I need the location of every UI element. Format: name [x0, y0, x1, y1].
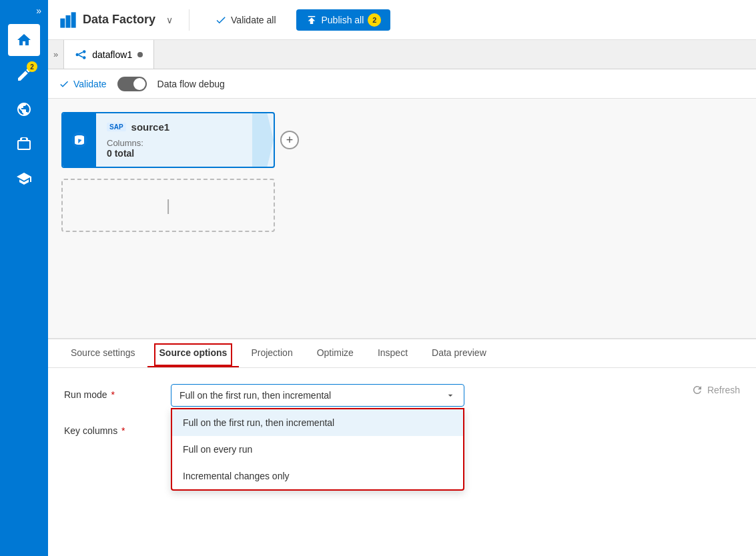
svg-rect-1: [66, 15, 71, 28]
source-node-body: SAP source1 Columns: 0 total: [96, 113, 252, 167]
svg-rect-0: [60, 18, 65, 27]
tab-source-settings[interactable]: Source settings: [59, 339, 147, 367]
source-node-title: SAP source1: [107, 121, 242, 133]
validate-button[interactable]: Validate: [59, 79, 107, 89]
edit-badge: 2: [27, 61, 37, 72]
tab-optimize[interactable]: Optimize: [305, 339, 366, 367]
dropdown-selected-value: Full on the first run, then incremental: [179, 390, 331, 401]
toolbar: Validate Data flow debug: [48, 69, 756, 99]
source-node-name: source1: [131, 121, 170, 133]
tab-projection[interactable]: Projection: [239, 339, 304, 367]
publish-all-button[interactable]: Publish all 2: [296, 9, 391, 31]
debug-toggle[interactable]: [117, 77, 147, 91]
source-node[interactable]: SAP source1 Columns: 0 total: [61, 112, 275, 168]
factory-icon: [59, 11, 77, 29]
svg-line-6: [79, 52, 83, 54]
tabbar-expand-icon[interactable]: »: [53, 49, 58, 59]
dataflow-icon: [75, 49, 87, 61]
svg-point-3: [76, 53, 79, 56]
run-mode-row: Run mode * Full on the first run, then i…: [64, 384, 740, 407]
source-node-arrow: [252, 113, 274, 167]
sidebar-item-briefcase[interactable]: [8, 128, 40, 160]
brand-chevron[interactable]: ∨: [166, 15, 173, 25]
tab-data-preview[interactable]: Data preview: [420, 339, 498, 367]
drop-zone[interactable]: |: [61, 179, 275, 232]
run-mode-control: Full on the first run, then incremental …: [171, 384, 740, 407]
tabbar: » dataflow1: [48, 40, 756, 69]
publish-badge: 2: [368, 13, 381, 27]
sap-badge: SAP: [107, 123, 126, 131]
bottom-panel: Source settings Source options Projectio…: [48, 339, 756, 460]
debug-label: Data flow debug: [157, 79, 225, 89]
topbar-divider: [189, 9, 190, 31]
run-mode-label: Run mode *: [64, 384, 171, 400]
main-area: Data Factory ∨ Validate all Publish all …: [48, 0, 756, 556]
publish-all-label: Publish all: [322, 15, 364, 25]
columns-value: 0 total: [107, 148, 242, 159]
source-icon: [70, 131, 89, 149]
svg-point-5: [83, 56, 86, 59]
sidebar-item-globe[interactable]: [8, 93, 40, 125]
sidebar-item-graduation[interactable]: [8, 163, 40, 195]
tab-modified-dot: [137, 52, 143, 57]
svg-point-4: [83, 50, 86, 53]
chevron-down-icon: [445, 390, 456, 401]
validate-all-button[interactable]: Validate all: [206, 10, 285, 30]
toggle-knob: [133, 78, 145, 90]
panel-content: Run mode * Full on the first run, then i…: [48, 368, 756, 460]
sidebar-item-edit[interactable]: 2: [8, 59, 40, 91]
brand-label: Data Factory: [83, 13, 155, 27]
sidebar-expand[interactable]: »: [0, 5, 48, 16]
validate-label: Validate: [73, 79, 107, 89]
expand-icon: »: [36, 5, 41, 16]
brand: Data Factory: [59, 11, 155, 29]
refresh-icon: [691, 384, 703, 396]
add-node-button[interactable]: +: [280, 131, 299, 149]
svg-line-7: [79, 55, 83, 57]
publish-icon: [306, 14, 318, 26]
dataflow-tab[interactable]: dataflow1: [63, 40, 154, 69]
tab-label: dataflow1: [92, 49, 132, 60]
validate-check-icon: [59, 79, 69, 89]
pipe-char: |: [166, 196, 170, 215]
key-columns-label: Key columns *: [64, 420, 171, 436]
validate-all-label: Validate all: [231, 15, 276, 25]
dropdown-option-1[interactable]: Full on the first run, then incremental: [172, 409, 463, 436]
source-node-left: [63, 113, 96, 167]
svg-rect-2: [71, 12, 76, 27]
canvas: SAP source1 Columns: 0 total + |: [48, 99, 756, 339]
run-mode-dropdown[interactable]: Full on the first run, then incremental: [171, 384, 464, 407]
key-columns-required: *: [121, 425, 125, 436]
topbar: Data Factory ∨ Validate all Publish all …: [48, 0, 756, 40]
checkmark-icon: [215, 14, 227, 26]
refresh-label: Refresh: [707, 385, 740, 395]
dropdown-option-3[interactable]: Incremental changes only: [172, 463, 463, 489]
dropdown-option-2[interactable]: Full on every run: [172, 436, 463, 463]
tab-inspect[interactable]: Inspect: [366, 339, 420, 367]
refresh-button[interactable]: Refresh: [691, 384, 740, 396]
tab-source-options[interactable]: Source options: [147, 339, 240, 367]
sidebar-item-home[interactable]: [8, 24, 40, 56]
run-mode-dropdown-menu: Full on the first run, then incremental …: [171, 408, 464, 491]
sidebar: » 2: [0, 0, 48, 556]
run-mode-required: *: [111, 389, 114, 400]
panel-tabs: Source settings Source options Projectio…: [48, 339, 756, 368]
source-node-columns: Columns: 0 total: [107, 138, 242, 159]
svg-point-9: [75, 135, 84, 139]
